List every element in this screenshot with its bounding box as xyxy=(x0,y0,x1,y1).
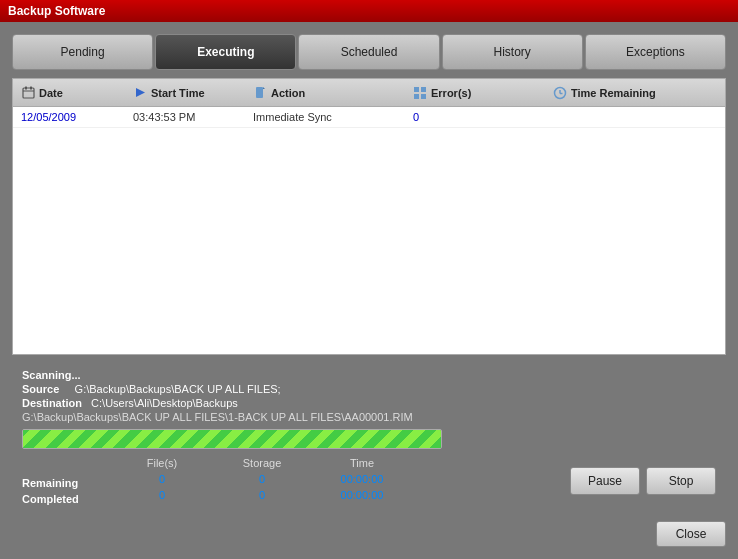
stats-header-time: Time xyxy=(312,457,412,469)
stats-header-row: File(s) Storage Time xyxy=(112,457,412,469)
cell-errors: 0 xyxy=(413,111,553,123)
content-area: Date Start Time Action Error(s) xyxy=(12,78,726,355)
svg-rect-10 xyxy=(421,94,426,99)
tab-executing[interactable]: Executing xyxy=(155,34,296,70)
action-buttons: Pause Stop xyxy=(570,467,716,495)
svg-rect-2 xyxy=(30,87,32,90)
document-icon xyxy=(253,86,267,100)
stop-button[interactable]: Stop xyxy=(646,467,716,495)
dest-line: Destination C:\Users\Ali\Desktop\Backups xyxy=(22,397,716,409)
svg-marker-4 xyxy=(136,88,145,97)
col-header-date: Date xyxy=(13,86,133,100)
table-body: 12/05/2009 03:43:53 PM Immediate Sync 0 xyxy=(13,107,725,354)
col-header-action: Action xyxy=(253,86,413,100)
stats-header-files: File(s) xyxy=(112,457,212,469)
stats-area: Remaining Completed File(s) Storage Time… xyxy=(22,457,412,505)
source-line: Source G:\Backup\Backups\BACK UP ALL FIL… xyxy=(22,383,716,395)
col-header-timeremaining: Time Remaining xyxy=(553,86,693,100)
svg-rect-0 xyxy=(23,88,34,98)
calendar-icon xyxy=(21,86,35,100)
svg-rect-9 xyxy=(414,94,419,99)
scanning-status: Scanning... xyxy=(22,369,716,381)
table-row: 12/05/2009 03:43:53 PM Immediate Sync 0 xyxy=(13,107,725,128)
progress-bar xyxy=(23,430,441,448)
col-header-starttime: Start Time xyxy=(133,86,253,100)
stats-header-storage: Storage xyxy=(212,457,312,469)
status-area: Scanning... Source G:\Backup\Backups\BAC… xyxy=(12,363,726,509)
source-colon xyxy=(62,383,71,395)
cell-date: 12/05/2009 xyxy=(13,111,133,123)
svg-rect-8 xyxy=(421,87,426,92)
tab-scheduled[interactable]: Scheduled xyxy=(298,34,439,70)
dest-path: C:\Users\Ali\Desktop\Backups xyxy=(91,397,238,409)
stats-labels: Remaining Completed xyxy=(22,457,112,505)
table-header: Date Start Time Action Error(s) xyxy=(13,79,725,107)
tab-pending[interactable]: Pending xyxy=(12,34,153,70)
col-header-errors: Error(s) xyxy=(413,86,553,100)
cell-starttime: 03:43:53 PM xyxy=(133,111,253,123)
pause-button[interactable]: Pause xyxy=(570,467,640,495)
progress-bar-container xyxy=(22,429,442,449)
svg-rect-5 xyxy=(256,87,263,98)
close-button[interactable]: Close xyxy=(656,521,726,547)
remaining-files: 0 xyxy=(112,473,212,485)
cell-action: Immediate Sync xyxy=(253,111,413,123)
tab-history[interactable]: History xyxy=(442,34,583,70)
tab-exceptions[interactable]: Exceptions xyxy=(585,34,726,70)
svg-rect-7 xyxy=(414,87,419,92)
tab-bar: Pending Executing Scheduled History Exce… xyxy=(12,34,726,70)
remaining-data-row: 0 0 00:00:00 xyxy=(112,473,412,485)
title-bar: Backup Software xyxy=(0,0,738,22)
main-window: Pending Executing Scheduled History Exce… xyxy=(0,22,738,559)
source-path: G:\Backup\Backups\BACK UP ALL FILES; xyxy=(75,383,281,395)
remaining-storage: 0 xyxy=(212,473,312,485)
grid-icon xyxy=(413,86,427,100)
remaining-time: 00:00:00 xyxy=(312,473,412,485)
stats-grid: File(s) Storage Time 0 0 00:00:00 0 0 00… xyxy=(112,457,412,501)
completed-data-row: 0 0 00:00:00 xyxy=(112,489,412,501)
arrow-right-icon xyxy=(133,86,147,100)
completed-label: Completed xyxy=(22,493,112,505)
clock-icon xyxy=(553,86,567,100)
stats-buttons-row: Remaining Completed File(s) Storage Time… xyxy=(22,457,716,505)
current-file: G:\Backup\Backups\BACK UP ALL FILES\1-BA… xyxy=(22,411,716,423)
dest-colon xyxy=(85,397,88,409)
svg-marker-6 xyxy=(263,87,265,89)
completed-time: 00:00:00 xyxy=(312,489,412,501)
bottom-bar: Close xyxy=(12,517,726,547)
completed-files: 0 xyxy=(112,489,212,501)
completed-storage: 0 xyxy=(212,489,312,501)
remaining-label: Remaining xyxy=(22,477,112,489)
title-text: Backup Software xyxy=(8,4,105,18)
svg-rect-1 xyxy=(25,87,27,90)
